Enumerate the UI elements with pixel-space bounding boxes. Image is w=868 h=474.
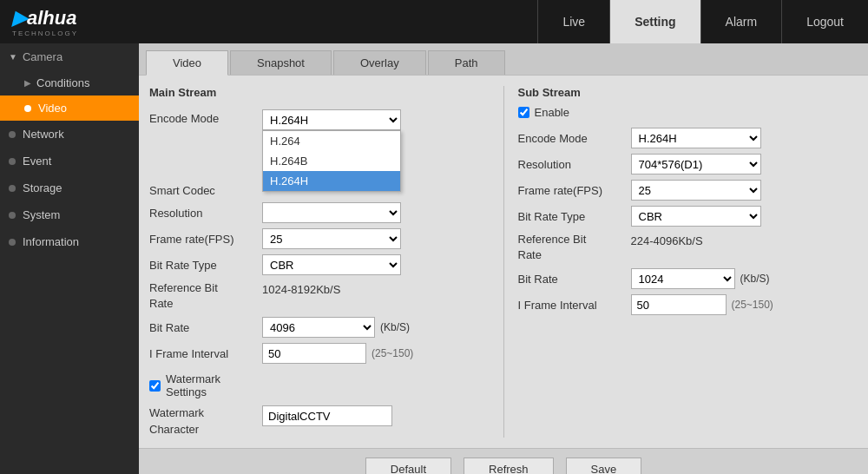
sub-encode-mode-select[interactable]: H.264H xyxy=(631,128,761,148)
information-bullet-icon xyxy=(9,239,16,246)
sidebar-item-information[interactable]: Information xyxy=(0,228,139,255)
tab-logout[interactable]: Logout xyxy=(781,0,868,43)
i-frame-label: I Frame Interval xyxy=(149,347,262,360)
watermark-settings-row: Watermark Settings xyxy=(149,372,490,398)
encode-mode-label: Encode Mode xyxy=(149,109,262,125)
bit-rate-row: Bit Rate 4096 (Kb/S) xyxy=(149,317,490,338)
sidebar-item-storage[interactable]: Storage xyxy=(0,174,139,201)
tab-overlay[interactable]: Overlay xyxy=(333,50,426,75)
sub-frame-rate-row: Frame rate(FPS) 25 xyxy=(518,180,858,201)
sidebar-information-label: Information xyxy=(23,235,79,248)
sidebar: ▼ Camera ▶ Conditions Video Network Even… xyxy=(0,43,139,474)
logo-text: ▶alhua xyxy=(12,7,127,30)
encode-mode-control: H.264H H.264 H.264B H.264H xyxy=(262,109,401,130)
watermark-checkbox[interactable] xyxy=(149,380,161,392)
i-frame-range: (25~150) xyxy=(372,347,413,359)
tab-live[interactable]: Live xyxy=(537,0,609,43)
header-tabs: Live Setting Alarm Logout xyxy=(537,0,868,43)
frame-rate-select[interactable]: 25 xyxy=(262,228,401,249)
sub-stream-title: Sub Stream xyxy=(518,86,858,99)
encode-mode-select[interactable]: H.264H xyxy=(262,109,401,130)
panel-divider xyxy=(503,86,504,438)
encode-mode-row: Encode Mode H.264H H.264 H.264B H.264H xyxy=(149,109,490,130)
storage-bullet-icon xyxy=(9,185,16,192)
sidebar-item-conditions[interactable]: ▶ Conditions xyxy=(0,70,139,95)
watermark-char-label: Watermark Character xyxy=(149,405,262,437)
reference-bit-row: Reference Bit Rate 1024-8192Kb/S xyxy=(149,280,490,312)
smart-codec-label: Smart Codec xyxy=(149,184,262,197)
resolution-row: Resolution xyxy=(149,202,490,223)
sub-i-frame-row: I Frame Interval (25~150) xyxy=(518,294,858,315)
i-frame-input[interactable] xyxy=(262,343,366,364)
bit-rate-type-label: Bit Rate Type xyxy=(149,259,262,272)
sub-frame-rate-label: Frame rate(FPS) xyxy=(518,184,631,197)
content-tabs: Video Snapshot Overlay Path xyxy=(139,43,868,76)
sidebar-item-camera[interactable]: ▼ Camera xyxy=(0,43,139,70)
sub-bit-rate-type-select[interactable]: CBR xyxy=(631,206,761,227)
sub-reference-bit-row: Reference Bit Rate 224-4096Kb/S xyxy=(518,232,858,263)
reference-bit-value: 1024-8192Kb/S xyxy=(262,280,340,296)
save-button[interactable]: Save xyxy=(566,458,642,474)
reference-bit-label: Reference Bit Rate xyxy=(149,280,262,312)
main-layout: ▼ Camera ▶ Conditions Video Network Even… xyxy=(0,43,868,474)
main-stream-panel: Main Stream Encode Mode H.264H H.264 H.2… xyxy=(149,86,490,438)
footer: Default Refresh Save xyxy=(139,448,868,474)
tab-alarm[interactable]: Alarm xyxy=(700,0,782,43)
sub-reference-bit-value: 224-4096Kb/S xyxy=(631,232,703,247)
tab-snapshot[interactable]: Snapshot xyxy=(230,50,332,75)
dropdown-option-h264[interactable]: H.264 xyxy=(263,131,400,151)
sidebar-system-label: System xyxy=(23,208,60,221)
sub-bit-rate-select[interactable]: 1024 xyxy=(631,268,735,289)
resolution-label: Resolution xyxy=(149,207,262,220)
sub-i-frame-input[interactable] xyxy=(631,294,727,315)
dropdown-option-h264b[interactable]: H.264B xyxy=(263,151,400,171)
bit-rate-select[interactable]: 4096 xyxy=(262,317,375,338)
frame-rate-label: Frame rate(FPS) xyxy=(149,233,262,246)
sub-i-frame-range: (25~150) xyxy=(732,299,773,311)
sub-bit-rate-type-row: Bit Rate Type CBR xyxy=(518,206,858,227)
refresh-button[interactable]: Refresh xyxy=(464,458,554,474)
sidebar-storage-label: Storage xyxy=(23,181,62,194)
bit-rate-type-select[interactable]: CBR xyxy=(262,254,401,275)
sidebar-item-system[interactable]: System xyxy=(0,201,139,228)
sidebar-conditions-label: Conditions xyxy=(36,76,89,89)
sub-i-frame-label: I Frame Interval xyxy=(518,299,631,312)
sub-bit-rate-type-label: Bit Rate Type xyxy=(518,210,631,223)
i-frame-row: I Frame Interval (25~150) xyxy=(149,343,490,364)
frame-rate-row: Frame rate(FPS) 25 xyxy=(149,228,490,249)
sub-bit-rate-label: Bit Rate xyxy=(518,273,631,286)
tab-setting[interactable]: Setting xyxy=(609,0,700,43)
sub-stream-panel: Sub Stream Enable Encode Mode H.264H Res… xyxy=(518,86,858,438)
header: ▶alhua TECHNOLOGY Live Setting Alarm Log… xyxy=(0,0,868,43)
enable-checkbox[interactable] xyxy=(518,107,529,118)
sidebar-item-event[interactable]: Event xyxy=(0,148,139,174)
system-bullet-icon xyxy=(9,212,16,219)
dropdown-option-h264h[interactable]: H.264H xyxy=(263,171,400,191)
sub-resolution-row: Resolution 704*576(D1) xyxy=(518,154,858,174)
enable-label: Enable xyxy=(535,106,569,119)
sub-encode-mode-label: Encode Mode xyxy=(518,132,631,145)
main-stream-title: Main Stream xyxy=(149,86,490,99)
sidebar-item-network[interactable]: Network xyxy=(0,121,139,148)
enable-row: Enable xyxy=(518,106,858,119)
tab-path[interactable]: Path xyxy=(428,50,505,75)
sidebar-item-video[interactable]: Video xyxy=(0,95,139,121)
panel-area: Main Stream Encode Mode H.264H H.264 H.2… xyxy=(139,76,868,448)
watermark-char-input[interactable] xyxy=(262,405,392,426)
network-bullet-icon xyxy=(9,131,16,138)
resolution-select[interactable] xyxy=(262,202,401,223)
arrow-right-icon: ▶ xyxy=(24,78,31,88)
sidebar-network-label: Network xyxy=(23,128,64,141)
event-bullet-icon xyxy=(9,158,16,165)
sub-resolution-label: Resolution xyxy=(518,158,631,171)
sub-bit-rate-row: Bit Rate 1024 (Kb/S) xyxy=(518,268,858,289)
tab-video[interactable]: Video xyxy=(146,50,228,76)
sub-resolution-select[interactable]: 704*576(D1) xyxy=(631,154,761,174)
content-area: Video Snapshot Overlay Path Main Stream … xyxy=(139,43,868,474)
watermark-char-row: Watermark Character xyxy=(149,405,490,437)
sidebar-event-label: Event xyxy=(23,155,51,168)
sub-encode-mode-row: Encode Mode H.264H xyxy=(518,128,858,148)
sub-bit-rate-unit: (Kb/S) xyxy=(740,273,770,285)
sub-frame-rate-select[interactable]: 25 xyxy=(631,180,761,201)
default-button[interactable]: Default xyxy=(365,458,451,474)
